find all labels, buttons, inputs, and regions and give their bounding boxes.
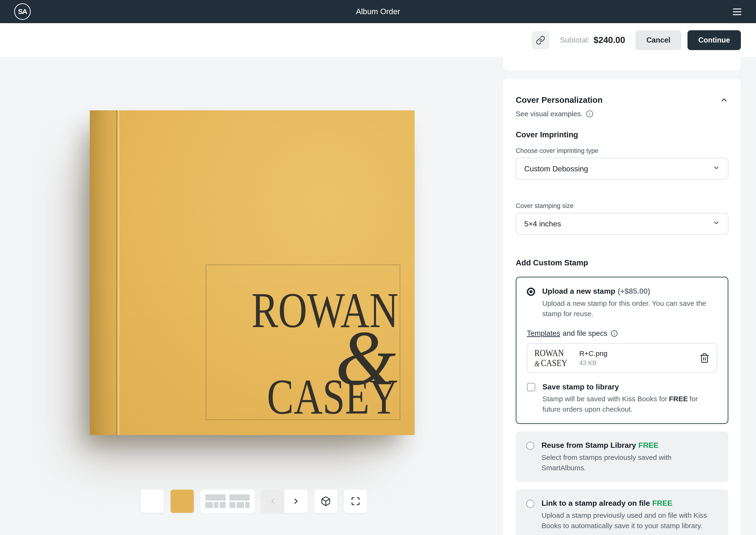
thumbnail-spreads[interactable] [200,490,255,513]
smartalbums-logo: SA [14,3,31,20]
imprinting-type-value: Custom Debossing [524,164,588,173]
info-icon[interactable] [586,110,593,118]
album-cover-preview: ROWAN & CASEY [90,110,415,435]
option-label: Upload a new stamp [542,287,615,296]
cover-name-line2: CASEY [267,374,398,419]
page-navigation [261,490,308,513]
free-highlight: FREE [669,395,688,403]
save-stamp-note: Stamp will be saved with Kiss Books forF… [542,394,713,414]
fullscreen-icon[interactable] [344,490,367,513]
free-badge: FREE [638,441,659,449]
panel-title: Cover Personalization [516,95,603,105]
templates-link[interactable]: Templates [527,329,560,338]
option-description: Select from stamps previously saved with… [542,452,693,473]
next-chevron-icon[interactable] [284,490,308,513]
option-link-stamp-on-file[interactable]: Link to a stamp already on fileFREE Uplo… [516,490,728,535]
add-custom-stamp-title: Add Custom Stamp [516,258,728,267]
save-stamp-checkbox[interactable] [527,383,535,391]
thumbnail-front-cover[interactable] [171,490,194,513]
option-reuse-from-library[interactable]: Reuse from Stamp LibraryFREE Select from… [516,432,728,482]
thumbnail-back-cover[interactable] [141,490,164,513]
imprinting-type-label: Choose cover imprinting type [516,147,728,155]
order-toolbar: Subtotal: $240.00 Cancel Continue [0,23,756,57]
dropdown-caret-icon [713,219,720,228]
see-examples-text: See visual examples. [516,110,582,118]
dropdown-caret-icon [713,164,720,173]
option-upload-new-stamp[interactable]: Upload a new stamp(+$85.00) Upload a new… [516,277,728,424]
continue-button[interactable]: Continue [688,30,741,50]
imprinting-type-select[interactable]: Custom Debossing [516,158,728,180]
previous-section-card-edge [503,57,741,70]
subtotal-label: Subtotal: [560,36,590,44]
trash-icon[interactable] [699,353,710,363]
cancel-button[interactable]: Cancel [635,30,681,50]
radio-upload-new-stamp[interactable] [527,288,535,296]
option-description: Upload a stamp previously used and on fi… [542,510,718,531]
radio-reuse-from-library[interactable] [526,442,534,450]
subtotal-value: $240.00 [593,35,625,45]
file-name: R+C.png [579,350,699,357]
top-bar: SA Album Order [0,0,756,23]
file-size: 43 KB [579,359,699,367]
spread-thumb [205,494,226,508]
option-label: Link to a stamp already on file [542,499,650,507]
free-badge: FREE [652,499,672,507]
prev-chevron-icon[interactable] [261,490,284,513]
stamping-size-label: Cover stamping size [516,202,728,210]
option-price: (+$85.00) [618,287,650,296]
info-icon[interactable] [611,330,618,337]
logo-text: SA [18,8,27,15]
page-title: Album Order [0,7,756,16]
cover-imprinting-title: Cover Imprinting [516,130,728,139]
cube-3d-icon[interactable] [314,490,338,513]
spread-thumb [230,494,250,508]
stamping-size-value: 5×4 inches [524,219,561,228]
uploaded-file-card: ROWAN & CASEY R+C.png 43 KB [527,343,717,373]
hamburger-menu-icon[interactable] [733,9,742,15]
save-stamp-label: Save stamp to library [542,382,619,391]
stamp-placement-area[interactable]: ROWAN & CASEY [206,265,400,420]
preview-controls [141,490,367,513]
stamp-thumbnail: ROWAN & CASEY [534,348,569,368]
collapse-chevron-icon[interactable] [720,96,728,104]
cover-personalization-panel: Cover Personalization See visual example… [503,79,741,535]
link-icon[interactable] [531,31,550,49]
templates-rest: and file specs [562,329,608,338]
option-label: Reuse from Stamp Library [542,441,636,449]
stamping-size-select[interactable]: 5×4 inches [516,213,728,235]
option-description: Upload a new stamp for this order. You c… [542,298,717,319]
radio-link-stamp-on-file[interactable] [526,499,534,508]
